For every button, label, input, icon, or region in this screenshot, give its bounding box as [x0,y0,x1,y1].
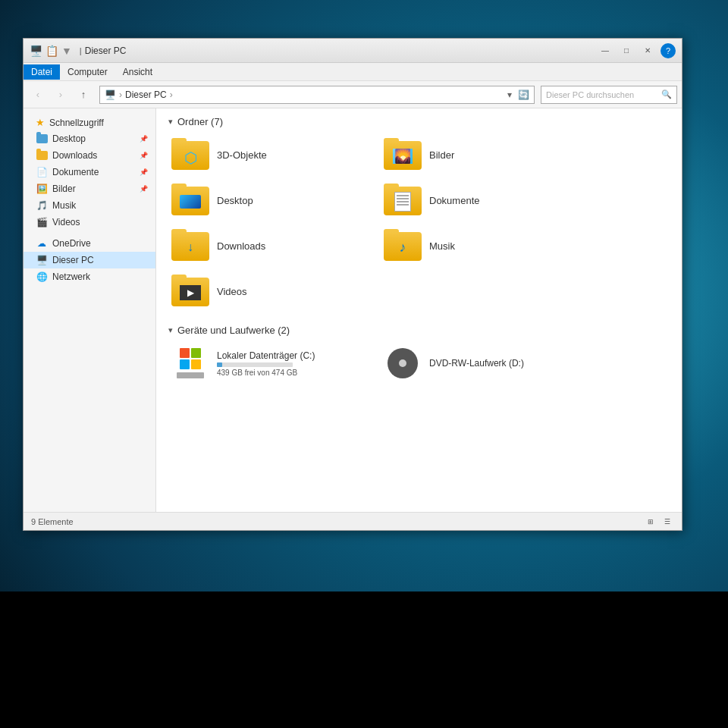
download-overlay-icon: ↓ [187,240,193,254]
folder-name-downloads: Downloads [217,240,265,252]
folder-item-musik[interactable]: ♪ Musik [381,228,563,264]
sidebar-item-dokumente[interactable]: 📄 Dokumente 📌 [24,164,155,180]
musik-folder-icon: 🎵 [36,199,48,212]
menu-bar: Datei Computer Ansicht [24,63,682,81]
address-pc-icon: 🖥️ [105,89,116,100]
minimize-button[interactable]: — [595,43,615,58]
folder-item-videos[interactable]: ▶ Videos [168,273,350,309]
folder-item-bilder[interactable]: 🌄 Bilder [381,136,563,173]
window-title: Dieser PC [85,46,595,56]
title-bar-icons: 🖥️ 📋 ▼ [30,45,72,57]
sidebar-item-bilder[interactable]: 🖼️ Bilder 📌 [24,180,155,197]
sidebar-bilder-label: Bilder [52,184,76,194]
sidebar-desktop-label: Desktop [52,133,86,144]
pin-icon-dokumente: 📌 [140,168,148,176]
help-button[interactable]: ? [661,43,676,58]
folder-icon-downloads: ↓ [171,231,209,261]
sidebar-item-videos[interactable]: 🎬 Videos [24,214,155,231]
sidebar-item-musik[interactable]: 🎵 Musik [24,197,155,214]
dvd-info: DVD-RW-Laufwerk (D:) [429,358,524,369]
pin-icon-bilder: 📌 [140,185,148,193]
dvd-icon-container [384,348,422,378]
pin-icon-downloads: 📌 [140,152,148,159]
desktop-overlay [180,195,201,209]
folder-name-musik: Musik [429,240,455,252]
music-overlay-icon: ♪ [400,240,406,256]
back-button[interactable]: ‹ [28,85,48,105]
address-separator: › [119,89,122,100]
close-button[interactable]: ✕ [638,43,657,58]
hdd-icon [171,348,209,378]
folders-grid: ⬡ 3D-Objekte 🌄 Bilder [168,136,670,309]
status-bar: 9 Elemente ⊞ ☰ [24,512,682,530]
sidebar-dieser-pc-label: Dieser PC [52,255,94,265]
folders-section-header[interactable]: ▾ Ordner (7) [168,116,670,127]
sidebar-videos-label: Videos [52,217,80,228]
bilder-folder-icon: 🖼️ [36,183,48,195]
folder-name-videos: Videos [217,286,247,297]
sidebar-onedrive-label: OneDrive [52,238,91,249]
search-placeholder-text: Dieser PC durchsuchen [546,90,658,99]
status-count: 9 Elemente [31,517,74,526]
folder-item-3dobjekte[interactable]: ⬡ 3D-Objekte [168,136,350,173]
folders-chevron-icon: ▾ [168,117,173,127]
search-icon: 🔍 [661,89,672,99]
details-view-button[interactable]: ☰ [661,516,674,528]
sidebar-item-desktop[interactable]: Desktop 📌 [24,130,155,147]
windows-logo-icon [180,348,201,369]
folder-item-dokumente[interactable]: Dokumente [381,182,563,218]
folders-section-title: Ordner (7) [177,116,223,127]
dieser-pc-icon: 🖥️ [36,254,48,266]
image-overlay: 🌄 [393,149,413,164]
folder-name-desktop: Desktop [217,195,253,206]
doc-overlay [394,192,411,212]
sidebar-dokumente-label: Dokumente [52,167,99,177]
large-icons-view-button[interactable]: ⊞ [644,516,657,528]
drive-item-d[interactable]: DVD-RW-Laufwerk (D:) [381,345,563,381]
sidebar-musik-label: Musik [52,200,76,211]
menu-computer[interactable]: Computer [60,64,115,80]
address-separator2: › [170,89,173,100]
menu-datei[interactable]: Datei [24,64,60,80]
folder-icon-desktop [171,185,209,215]
address-bar[interactable]: 🖥️ › Dieser PC › ▾ 🔄 [99,86,535,104]
maximize-button[interactable]: □ [617,43,636,58]
toolbar: ‹ › ↑ 🖥️ › Dieser PC › ▾ 🔄 Dieser PC dur… [24,81,682,108]
sidebar-item-dieser-pc[interactable]: 🖥️ Dieser PC [24,252,155,268]
search-box[interactable]: Dieser PC durchsuchen 🔍 [541,86,677,104]
address-text: Dieser PC [125,89,167,100]
window-controls: — □ ✕ [595,43,657,58]
hdd-name: Lokaler Datenträger (C:) [217,350,315,361]
hdd-bar [217,362,222,367]
folder-item-desktop[interactable]: Desktop [168,182,350,218]
title-bar: 🖥️ 📋 ▼ | Dieser PC — □ ✕ ? [24,39,682,63]
sidebar-quick-access-label: Schnellzugriff [49,118,104,128]
forward-button[interactable]: › [51,85,71,105]
address-dropdown-icon[interactable]: ▾ [507,89,512,100]
sidebar-item-onedrive[interactable]: ☁ OneDrive [24,235,155,252]
folder-item-downloads[interactable]: ↓ Downloads [168,228,350,264]
sidebar-netzwerk-label: Netzwerk [52,271,90,282]
videos-folder-icon: 🎬 [36,216,48,228]
dvd-disc-icon [388,348,418,378]
star-icon: ★ [36,117,45,128]
sidebar-item-netzwerk[interactable]: 🌐 Netzwerk [24,268,155,285]
view-controls: ⊞ ☰ [644,516,674,528]
hdd-bar-container [217,362,293,367]
hdd-space: 439 GB frei von 474 GB [217,369,315,377]
sidebar-quick-access-header[interactable]: ★ Schnellzugriff [24,115,155,130]
sidebar: ★ Schnellzugriff Desktop 📌 Downloads 📌 [24,108,156,512]
address-refresh-icon[interactable]: 🔄 [518,89,529,100]
drives-section-header[interactable]: ▾ Geräte und Laufwerke (2) [168,325,670,336]
folder-icon-dokumente [384,185,422,215]
folder-icon-videos: ▶ [171,276,209,306]
menu-ansicht[interactable]: Ansicht [115,64,160,80]
onedrive-icon: ☁ [36,237,48,249]
downloads-folder-icon [36,149,48,162]
drive-item-c[interactable]: Lokaler Datenträger (C:) 439 GB frei von… [168,345,350,381]
up-button[interactable]: ↑ [74,85,93,105]
hdd-info: Lokaler Datenträger (C:) 439 GB frei von… [217,350,315,377]
sidebar-item-downloads[interactable]: Downloads 📌 [24,147,155,164]
network-icon: 🌐 [36,271,48,282]
dvd-name: DVD-RW-Laufwerk (D:) [429,358,524,369]
